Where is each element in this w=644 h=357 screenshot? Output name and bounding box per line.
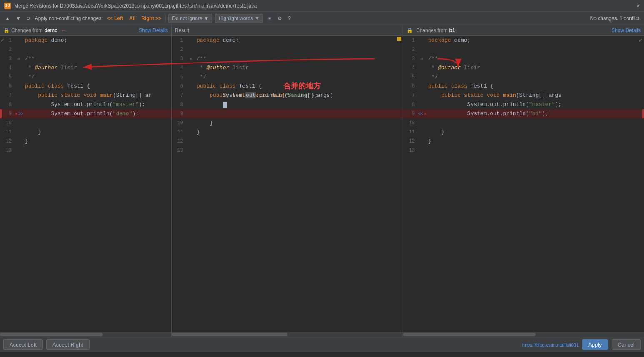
code-line-left-11: 11 } — [0, 128, 171, 137]
right-branch-name: b1 — [449, 28, 455, 33]
right-line-2: 2 — [403, 45, 644, 54]
code-line-left-3: 3 ≡ /** — [0, 54, 171, 63]
csdn-link[interactable]: https://blog.csdn.net/lisii001 — [522, 342, 579, 347]
cancel-button[interactable]: Cancel — [612, 339, 641, 350]
help-button[interactable]: ? — [286, 15, 292, 22]
result-scrollbar[interactable] — [172, 332, 403, 337]
left-conflict-accept[interactable]: >> — [18, 112, 23, 116]
right-line-3: 3 ≡ /** — [403, 54, 644, 63]
left-scrollbar[interactable] — [0, 332, 172, 337]
result-line-1: 1 package demo; — [172, 36, 403, 45]
result-line-9: 9 — [172, 109, 403, 118]
ignore-dropdown[interactable]: Do not ignore ▼ — [168, 14, 212, 23]
result-line-8: 8 System.out.println("master"); — [172, 100, 403, 109]
highlight-dropdown[interactable]: Highlight words ▼ — [215, 14, 263, 23]
result-line-5: 5 */ — [172, 73, 403, 82]
separator-1 — [165, 15, 166, 22]
apply-label: Apply non-conflicting changes: — [35, 15, 103, 21]
code-line-left-6: 6 public class Test1 { — [0, 82, 171, 91]
grid-button[interactable]: ⊞ — [266, 15, 273, 22]
right-line-6: 6 public class Test1 { — [403, 82, 644, 91]
right-line-7: 7 public static void main(String[] args — [403, 91, 644, 100]
right-panel-header: 🔒 Changes from b1 Show Details — [403, 25, 644, 35]
right-changes-button[interactable]: Right >> — [140, 15, 163, 22]
result-line-2: 2 — [172, 45, 403, 54]
right-line-12: 12 } — [403, 137, 644, 146]
result-line-6: 6 public class Test1 { — [172, 82, 403, 91]
code-line-left-1: 1 package demo; — [0, 36, 171, 45]
right-line-1: 1 package demo; — [403, 36, 644, 45]
code-line-left-10: 10 — [0, 118, 171, 128]
right-conflict-accept[interactable]: << — [418, 112, 423, 116]
window-title: Merge Revisions for D:\003Java\ideaWorkS… — [14, 3, 257, 9]
right-lock-icon: 🔒 — [407, 28, 413, 33]
conflict-status: No changes. 1 conflict. — [590, 15, 641, 21]
bottom-right-actions: https://blog.csdn.net/lisii001 Apply Can… — [522, 339, 641, 350]
left-checkmark: ✓ — [1, 37, 4, 44]
scrollbar-area — [0, 332, 644, 337]
all-changes-button[interactable]: All — [127, 15, 137, 22]
panel-headers-row: 🔒 Changes from demo ← Show Details Resul… — [0, 25, 644, 36]
result-line-4: 4 * @author lisir — [172, 63, 403, 73]
left-panel-header: 🔒 Changes from demo ← Show Details — [0, 25, 172, 35]
right-line-8: 8 System.out.println("master"); — [403, 100, 644, 109]
right-line-11: 11 } — [403, 128, 644, 137]
result-panel-header: Result — [172, 25, 403, 35]
close-button[interactable]: ✕ — [637, 2, 640, 9]
result-label: Result — [175, 28, 189, 33]
result-line-11: 11 } — [172, 128, 403, 137]
left-changes-button[interactable]: << Left — [105, 15, 125, 22]
bottom-bar: Accept Left Accept Right https://blog.cs… — [0, 337, 644, 352]
code-line-left-8: 8 System.out.println("master"); — [0, 100, 171, 109]
left-arrow-indicator: ← — [61, 27, 67, 34]
right-line-13: 13 — [403, 146, 644, 155]
result-line-12: 12 — [172, 137, 403, 146]
right-line-10: 10 — [403, 118, 644, 128]
result-line-13: 13 — [172, 146, 403, 155]
apply-button[interactable]: Apply — [582, 339, 608, 350]
toolbar: ▲ ▼ ⟳ Apply non-conflicting changes: << … — [0, 12, 644, 25]
result-line-10: 10 } — [172, 118, 403, 128]
left-code-panel: ✓ 1 package demo; 2 3 ≡ /** 4 * @author … — [0, 36, 172, 332]
title-bar: IJ Merge Revisions for D:\003Java\ideaWo… — [0, 0, 644, 12]
sync-button[interactable]: ⟳ — [25, 15, 32, 22]
code-line-left-12: 12 } — [0, 137, 171, 146]
result-code-panel: 1 package demo; 2 3 ≡ /** 4 * @author li… — [172, 36, 403, 332]
right-scrollbar[interactable] — [403, 332, 644, 337]
bottom-left-actions: Accept Left Accept Right — [3, 339, 90, 350]
code-line-left-7: 7 public static void main(String[] ar — [0, 91, 171, 100]
right-show-details[interactable]: Show Details — [612, 28, 641, 33]
code-line-left-2: 2 — [0, 45, 171, 54]
accept-left-button[interactable]: Accept Left — [3, 339, 43, 350]
left-show-details[interactable]: Show Details — [139, 28, 168, 33]
right-line-5: 5 */ — [403, 73, 644, 82]
app-icon: IJ — [4, 3, 11, 9]
nav-down-button[interactable]: ▼ — [14, 15, 22, 22]
code-line-left-4: 4 * @author lisir — [0, 63, 171, 73]
right-line-9: 9 << ✕ System.out.println("b1"); — [403, 109, 644, 118]
right-code-panel: ✓ 1 package demo; 2 3 ≡ /** 4 * @author … — [403, 36, 644, 332]
code-line-left-13: 13 — [0, 146, 171, 155]
right-checkmark: ✓ — [639, 37, 642, 44]
accept-right-button[interactable]: Accept Right — [46, 339, 90, 350]
nav-up-button[interactable]: ▲ — [3, 15, 12, 22]
code-line-left-5: 5 */ — [0, 73, 171, 82]
result-line-3: 3 ≡ /** — [172, 54, 403, 63]
left-lock-icon: 🔒 — [3, 28, 10, 33]
conflict-indicator — [397, 37, 401, 41]
left-conflict-x[interactable]: ✕ — [15, 111, 17, 116]
gear-button[interactable]: ⚙ — [276, 15, 284, 22]
right-line-4: 4 * @author lisir — [403, 63, 644, 73]
code-line-left-9: 9 ✕ >> System.out.println("demo"); — [0, 109, 171, 118]
left-branch-name: demo — [44, 28, 57, 33]
